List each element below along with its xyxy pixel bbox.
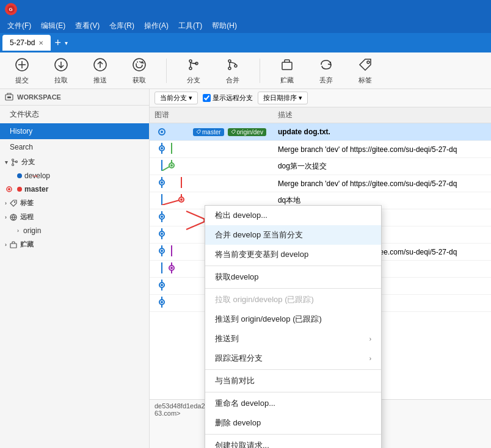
menu-repo[interactable]: 仓库(R) (104, 20, 139, 32)
svg-rect-14 (282, 62, 292, 70)
context-menu: 检出 develop... 合并 develop 至当前分支 将当前变更变基到 … (205, 205, 382, 448)
table-row[interactable]: dog第一次提交 (150, 158, 491, 175)
sort-btn[interactable]: 按日期排序 ▾ (258, 92, 308, 104)
ctx-rename[interactable]: 重命名 develop... (205, 394, 381, 413)
ctx-rebase[interactable]: 将当前变更变基到 develop (205, 245, 381, 264)
ctx-divider-3 (205, 369, 381, 370)
show-remote-checkbox[interactable] (203, 94, 211, 102)
graph-cell-3 (150, 158, 273, 175)
branch-icon (185, 56, 202, 73)
svg-point-51 (161, 233, 163, 235)
menu-bar: 文件(F) 编辑(E) 查看(V) 仓库(R) 操作(A) 工具(T) 帮助(H… (0, 18, 491, 33)
sidebar-history[interactable]: History (0, 123, 149, 139)
ctx-pull-label: 拉取 origin/develop (已跟踪) (215, 294, 314, 305)
branches-section-header[interactable]: ▾ 分支 (0, 155, 149, 169)
sidebar-file-state[interactable]: 文件状态 (0, 106, 149, 123)
app-logo: G (5, 3, 17, 15)
menu-edit[interactable]: 编辑(E) (36, 20, 70, 32)
stash-icon (278, 56, 296, 73)
current-branch-icon (6, 186, 12, 192)
ctx-track-label: 跟踪远程分支 (215, 353, 263, 364)
svg-point-18 (12, 159, 14, 161)
svg-point-55 (161, 250, 163, 252)
ctx-checkout[interactable]: 检出 develop... (205, 206, 381, 225)
col-graph: 图谱 (150, 107, 273, 123)
svg-point-8 (189, 60, 192, 62)
tab-close-btn[interactable]: ✕ (38, 40, 43, 46)
workspace-header: WORKSPACE (0, 89, 149, 106)
stash-label: 贮藏 (280, 76, 294, 85)
master-label: master (24, 185, 48, 193)
svg-point-59 (170, 267, 173, 269)
titlebar: G (0, 0, 491, 18)
remote-label: 远程 (20, 212, 34, 222)
ctx-fetch[interactable]: 获取develop (205, 267, 381, 287)
ctx-checkout-label: 检出 develop... (215, 210, 267, 221)
ctx-delete[interactable]: 删除 develop (205, 413, 381, 433)
tag-btn[interactable]: 标签 (353, 56, 377, 85)
fetch-btn[interactable]: 获取 (127, 56, 151, 85)
ctx-push-tracked[interactable]: 推送到 origin/develop (已跟踪) (205, 309, 381, 329)
commit-btn[interactable]: 提交 (10, 56, 34, 85)
show-remote-label[interactable]: 显示远程分支 (203, 93, 253, 103)
tags-section-header[interactable]: › 标签 (0, 196, 149, 210)
ctx-pr[interactable]: 创建拉取请求... (205, 436, 381, 448)
table-row[interactable]: master origin/dev update dog.txt. (150, 123, 491, 141)
origin-label: origin (23, 226, 41, 235)
menu-help[interactable]: 帮助(H) (207, 20, 242, 32)
pull-icon (53, 56, 70, 73)
remote-expand-icon: › (5, 214, 7, 220)
current-branch-label: 当前分支 ▾ (160, 93, 192, 103)
ctx-push-to-label: 推送到 (215, 333, 239, 344)
merge-icon (224, 56, 241, 73)
sort-label: 按日期排序 ▾ (263, 93, 302, 103)
sidebar-search[interactable]: Search (0, 139, 149, 155)
sidebar-branch-develop[interactable]: develop → (0, 169, 149, 182)
graph-cell-4 (150, 175, 273, 192)
ctx-merge[interactable]: 合并 develop 至当前分支 (205, 225, 381, 245)
graph-cell-1: master origin/dev (150, 123, 273, 141)
stash-expand-icon: › (5, 242, 7, 248)
svg-point-40 (161, 181, 163, 184)
master-dot (17, 187, 22, 192)
new-tab-btn[interactable]: + (51, 37, 65, 49)
pull-btn[interactable]: 拉取 (49, 56, 73, 85)
discard-btn[interactable]: 丢弃 (314, 56, 338, 85)
col-desc: 描述 (273, 107, 491, 123)
master-tag: master (193, 128, 224, 136)
desc-cell-2: Merge branch 'dev' of https://gitee.com/… (273, 141, 491, 158)
ctx-track[interactable]: 跟踪远程分支 › (205, 349, 381, 368)
tag-icon (357, 56, 374, 73)
push-btn[interactable]: 推送 (88, 56, 112, 85)
sidebar-branch-master[interactable]: master (0, 182, 149, 196)
menu-file[interactable]: 文件(F) (2, 20, 36, 32)
sidebar-remote-origin[interactable]: › origin (0, 224, 149, 237)
content-area: 当前分支 ▾ 显示远程分支 按日期排序 ▾ 图谱 描述 (150, 89, 491, 448)
svg-point-12 (228, 67, 231, 70)
stash-section-header[interactable]: › 贮藏 (0, 237, 149, 251)
origin-dev-tag: origin/dev (228, 128, 266, 136)
table-row[interactable]: Merge branch 'dev' of https://gitee.com/… (150, 141, 491, 158)
ctx-compare[interactable]: 与当前对比 (205, 371, 381, 391)
push-label: 推送 (93, 76, 107, 85)
menu-view[interactable]: 查看(V) (70, 20, 104, 32)
svg-point-62 (161, 284, 163, 286)
ctx-pr-label: 创建拉取请求... (215, 440, 269, 448)
remote-section-header[interactable]: › 远程 (0, 210, 149, 224)
author: 63.com> (155, 410, 181, 417)
merge-btn[interactable]: 合并 (220, 56, 245, 85)
current-branch-btn[interactable]: 当前分支 ▾ (155, 92, 198, 104)
stash-btn[interactable]: 贮藏 (275, 56, 299, 85)
svg-point-65 (161, 301, 163, 303)
branch-btn[interactable]: 分支 (181, 56, 206, 85)
ctx-merge-label: 合并 develop 至当前分支 (215, 229, 303, 240)
commit-desc-1: update dog.txt. (278, 128, 330, 136)
ctx-push-to[interactable]: 推送到 › (205, 329, 381, 349)
tab-dropdown-btn[interactable]: ▾ (65, 40, 68, 46)
desc-cell-3: dog第一次提交 (273, 158, 491, 175)
menu-tools[interactable]: 工具(T) (173, 20, 207, 32)
repo-tab[interactable]: 5-27-bd ✕ (2, 35, 51, 51)
menu-action[interactable]: 操作(A) (139, 20, 173, 32)
svg-point-13 (235, 65, 237, 67)
table-row[interactable]: Merge branch 'dev' of https://gitee.com/… (150, 175, 491, 192)
